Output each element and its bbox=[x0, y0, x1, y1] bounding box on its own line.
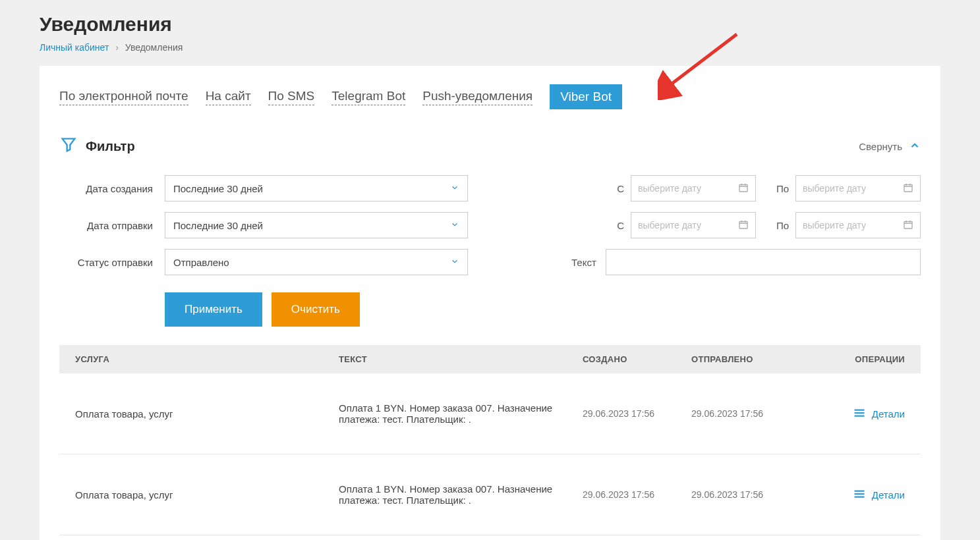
label-date-created: Дата создания bbox=[59, 183, 165, 194]
details-label: Детали bbox=[872, 408, 905, 419]
breadcrumb-separator: › bbox=[115, 42, 119, 53]
breadcrumb-home[interactable]: Личный кабинет bbox=[40, 42, 109, 53]
clear-button[interactable]: Очистить bbox=[272, 292, 360, 327]
tabs-bar: По электронной почте На сайт По SMS Tele… bbox=[59, 84, 921, 109]
chevron-down-icon bbox=[450, 220, 459, 231]
th-ops: ОПЕРАЦИИ bbox=[820, 354, 905, 364]
details-link[interactable]: Детали bbox=[820, 408, 905, 419]
label-from-1: С bbox=[598, 183, 624, 194]
chevron-down-icon bbox=[450, 257, 459, 268]
tab-push[interactable]: Push-уведомления bbox=[422, 89, 533, 105]
calendar-icon bbox=[738, 182, 749, 195]
cell-sent: 29.06.2023 17:56 bbox=[691, 408, 820, 419]
select-date-sent-value: Последние 30 дней bbox=[173, 220, 263, 231]
table-row: Оплата товара, услуг Оплата 1 BYN. Номер… bbox=[59, 454, 921, 535]
cell-service: Оплата товара, услуг bbox=[75, 489, 339, 500]
date-sent-from-placeholder: выберите дату bbox=[638, 220, 701, 230]
th-service: УСЛУГА bbox=[75, 354, 339, 364]
label-to-1: По bbox=[763, 183, 789, 194]
cell-service: Оплата товара, услуг bbox=[75, 408, 339, 419]
svg-rect-1 bbox=[904, 184, 912, 192]
label-to-2: По bbox=[763, 220, 789, 231]
select-status-value: Отправлено bbox=[173, 257, 229, 268]
collapse-toggle[interactable]: Свернуть bbox=[859, 140, 921, 153]
th-created: СОЗДАНО bbox=[583, 354, 691, 364]
calendar-icon bbox=[903, 219, 913, 232]
svg-rect-3 bbox=[904, 221, 912, 229]
date-sent-to-placeholder: выберите дату bbox=[803, 220, 866, 230]
cell-sent: 29.06.2023 17:56 bbox=[691, 489, 820, 500]
table-header: УСЛУГА ТЕКСТ СОЗДАНО ОТПРАВЛЕНО ОПЕРАЦИИ bbox=[59, 345, 921, 373]
chevron-down-icon bbox=[450, 183, 459, 194]
svg-rect-0 bbox=[739, 184, 747, 192]
chevron-up-icon bbox=[909, 140, 921, 153]
filter-header: Фильтр Свернуть bbox=[59, 136, 921, 157]
tab-viber[interactable]: Viber Bot bbox=[550, 84, 622, 109]
text-input[interactable] bbox=[606, 249, 921, 275]
date-created-from[interactable]: выберите дату bbox=[631, 175, 756, 202]
select-status[interactable]: Отправлено bbox=[165, 249, 468, 275]
cell-created: 29.06.2023 17:56 bbox=[583, 408, 691, 419]
apply-button[interactable]: Применить bbox=[165, 292, 262, 327]
th-sent: ОТПРАВЛЕНО bbox=[691, 354, 820, 364]
date-created-to-placeholder: выберите дату bbox=[803, 183, 866, 194]
cell-text: Оплата 1 BYN. Номер заказа 007. Назначен… bbox=[339, 483, 583, 506]
cell-created: 29.06.2023 17:56 bbox=[583, 489, 691, 500]
date-created-from-placeholder: выберите дату bbox=[638, 183, 701, 194]
main-card: По электронной почте На сайт По SMS Tele… bbox=[40, 66, 940, 540]
collapse-label: Свернуть bbox=[859, 141, 902, 152]
table-row: Оплата товара, услуг Оплата 1 BYN. Номер… bbox=[59, 373, 921, 454]
label-from-2: С bbox=[598, 220, 624, 231]
svg-rect-2 bbox=[739, 221, 747, 229]
date-sent-from[interactable]: выберите дату bbox=[631, 212, 756, 238]
date-sent-to[interactable]: выберите дату bbox=[795, 212, 921, 238]
tab-sms[interactable]: По SMS bbox=[268, 89, 315, 105]
date-created-to[interactable]: выберите дату bbox=[795, 175, 921, 202]
th-text: ТЕКСТ bbox=[339, 354, 583, 364]
details-label: Детали bbox=[872, 489, 905, 500]
select-date-created[interactable]: Последние 30 дней bbox=[165, 175, 468, 202]
menu-icon bbox=[853, 408, 865, 419]
cell-text: Оплата 1 BYN. Номер заказа 007. Назначен… bbox=[339, 402, 583, 425]
filter-form: Дата создания Последние 30 дней С выбери… bbox=[59, 175, 921, 275]
select-date-sent[interactable]: Последние 30 дней bbox=[165, 212, 468, 238]
filter-title: Фильтр bbox=[86, 139, 135, 154]
select-date-created-value: Последние 30 дней bbox=[173, 183, 263, 194]
results-table: УСЛУГА ТЕКСТ СОЗДАНО ОТПРАВЛЕНО ОПЕРАЦИИ… bbox=[59, 345, 921, 535]
breadcrumb: Личный кабинет › Уведомления bbox=[40, 42, 940, 53]
calendar-icon bbox=[738, 219, 749, 232]
calendar-icon bbox=[903, 182, 913, 195]
label-status: Статус отправки bbox=[59, 257, 165, 268]
page-title: Уведомления bbox=[40, 13, 940, 36]
tab-telegram[interactable]: Telegram Bot bbox=[331, 89, 405, 105]
label-date-sent: Дата отправки bbox=[59, 220, 165, 231]
tab-site[interactable]: На сайт bbox=[206, 89, 251, 105]
details-link[interactable]: Детали bbox=[820, 489, 905, 500]
label-text: Текст bbox=[571, 257, 596, 268]
menu-icon bbox=[853, 489, 865, 500]
filter-icon bbox=[59, 136, 78, 157]
breadcrumb-current: Уведомления bbox=[125, 42, 183, 53]
tab-email[interactable]: По электронной почте bbox=[59, 89, 188, 105]
